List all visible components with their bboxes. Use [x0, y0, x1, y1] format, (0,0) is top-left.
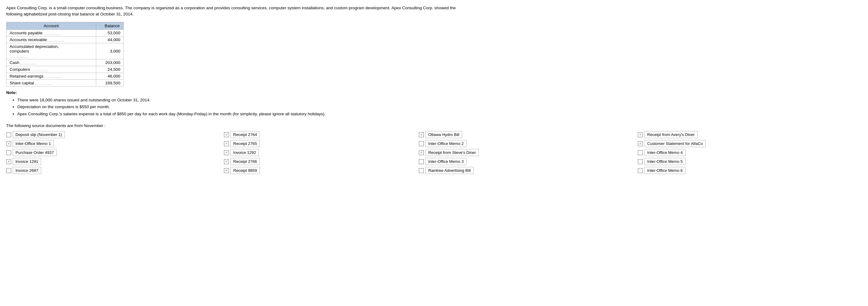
doc-button[interactable]: Inter-Office Memo 1	[13, 140, 54, 147]
balance-cell: 46,000	[96, 73, 123, 79]
doc-checkbox[interactable]	[638, 150, 643, 155]
balance-cell: 3,000	[96, 43, 123, 59]
account-cell: Retained earnings	[6, 73, 96, 79]
balance-header: Balance	[96, 22, 123, 29]
doc-button[interactable]: Inter-Office Memo 4	[644, 149, 685, 156]
doc-button[interactable]: Inter-Office Memo 3	[425, 158, 466, 165]
doc-button[interactable]: Inter-Office Memo 6	[644, 167, 685, 174]
table-row: Computers24,500	[6, 66, 124, 73]
doc-item: Deposit slip (November 1)	[6, 131, 221, 138]
trial-balance-table: Account Balance Accounts payable53,000Ac…	[6, 22, 124, 87]
account-header: Account	[6, 22, 96, 29]
table-row: Accounts payable53,000	[6, 29, 124, 36]
doc-col-3: Receipt from Avery's DinerCustomer State…	[638, 131, 862, 174]
doc-item: Ottawa Hydro Bill	[419, 131, 635, 138]
doc-checkbox[interactable]	[638, 132, 643, 137]
doc-button[interactable]: Receipt 2766	[230, 158, 260, 165]
doc-button[interactable]: Customer Statement for AlfaCo	[644, 140, 706, 147]
doc-button[interactable]: Receipt from Steve's Diner	[425, 149, 478, 156]
doc-item: Receipt 2764	[224, 131, 416, 138]
doc-checkbox[interactable]	[224, 132, 229, 137]
source-docs-intro: The following source documents are from …	[6, 123, 862, 128]
doc-item: Receipt 2766	[224, 158, 416, 165]
balance-cell: 24,500	[96, 66, 123, 73]
doc-col-0: Deposit slip (November 1)Inter-Office Me…	[6, 131, 221, 174]
docs-grid: Deposit slip (November 1)Inter-Office Me…	[6, 131, 862, 174]
doc-item: Inter-Office Memo 5	[638, 158, 862, 165]
doc-checkbox[interactable]	[419, 159, 424, 164]
doc-col-2: Ottawa Hydro BillInter-Office Memo 2Rece…	[419, 131, 635, 174]
doc-checkbox[interactable]	[6, 132, 11, 137]
doc-item: Receipt from Steve's Diner	[419, 149, 635, 156]
doc-checkbox[interactable]	[419, 150, 424, 155]
doc-checkbox[interactable]	[419, 132, 424, 137]
account-cell: Accumulated depreciation, computers	[6, 43, 96, 59]
account-cell: Accounts receivable	[6, 36, 96, 43]
table-row: Cash203,000	[6, 59, 124, 66]
doc-button[interactable]: Purchase Order 4937	[13, 149, 57, 156]
doc-item: Inter-Office Memo 4	[638, 149, 862, 156]
doc-item: Purchase Order 4937	[6, 149, 221, 156]
doc-col-1: Receipt 2764Receipt 2765Invoice 1292Rece…	[224, 131, 416, 174]
doc-checkbox[interactable]	[224, 159, 229, 164]
table-row: Share capital169,500	[6, 79, 124, 86]
doc-checkbox[interactable]	[6, 141, 11, 146]
doc-checkbox[interactable]	[6, 159, 11, 164]
doc-checkbox[interactable]	[224, 168, 229, 173]
note-list: There were 18,000 shares issued and outs…	[6, 97, 862, 118]
doc-checkbox[interactable]	[638, 168, 643, 173]
table-row: Accounts receivable44,000	[6, 36, 124, 43]
doc-item: Receipt 2765	[224, 140, 416, 147]
doc-button[interactable]: Receipt 2765	[230, 140, 260, 147]
doc-item: Inter-Office Memo 6	[638, 167, 862, 174]
balance-cell: 169,500	[96, 79, 123, 86]
account-cell: Share capital	[6, 79, 96, 86]
note-section: Note: There were 18,000 shares issued an…	[6, 90, 862, 118]
account-cell: Accounts payable	[6, 29, 96, 36]
balance-cell: 44,000	[96, 36, 123, 43]
doc-checkbox[interactable]	[419, 141, 424, 146]
balance-cell: 203,000	[96, 59, 123, 66]
doc-item: Inter-Office Memo 3	[419, 158, 635, 165]
doc-item: Invoice 2687	[6, 167, 221, 174]
account-cell: Cash	[6, 59, 96, 66]
doc-checkbox[interactable]	[419, 168, 424, 173]
doc-checkbox[interactable]	[638, 159, 643, 164]
doc-item: Receipt 9859	[224, 167, 416, 174]
note-item: Depreciation on the computers is $550 pe…	[17, 104, 862, 111]
doc-item: Inter-Office Memo 2	[419, 140, 635, 147]
doc-button[interactable]: Raintree Advertising Bill	[425, 167, 473, 174]
source-docs-section: The following source documents are from …	[6, 123, 862, 174]
doc-button[interactable]: Ottawa Hydro Bill	[425, 131, 462, 138]
doc-item: Invoice 1292	[224, 149, 416, 156]
note-label: Note:	[6, 90, 862, 95]
intro-text: Apex Consulting Corp. is a small compute…	[6, 5, 470, 18]
doc-button[interactable]: Invoice 2687	[13, 167, 41, 174]
doc-item: Customer Statement for AlfaCo	[638, 140, 862, 147]
doc-button[interactable]: Inter-Office Memo 5	[644, 158, 685, 165]
doc-button[interactable]: Invoice 1292	[230, 149, 259, 156]
note-item: There were 18,000 shares issued and outs…	[17, 97, 862, 104]
doc-checkbox[interactable]	[6, 168, 11, 173]
doc-item: Receipt from Avery's Diner	[638, 131, 862, 138]
doc-item: Invoice 1291	[6, 158, 221, 165]
table-row: Retained earnings46,000	[6, 73, 124, 79]
doc-checkbox[interactable]	[224, 141, 229, 146]
doc-item: Raintree Advertising Bill	[419, 167, 635, 174]
doc-button[interactable]: Receipt from Avery's Diner	[644, 131, 697, 138]
doc-checkbox[interactable]	[638, 141, 643, 146]
balance-cell: 53,000	[96, 29, 123, 36]
doc-button[interactable]: Deposit slip (November 1)	[13, 131, 65, 138]
doc-button[interactable]: Receipt 9859	[230, 167, 260, 174]
note-item: Apex Consulting Corp.'s salaries expense…	[17, 111, 862, 118]
doc-item: Inter-Office Memo 1	[6, 140, 221, 147]
doc-checkbox[interactable]	[6, 150, 11, 155]
doc-checkbox[interactable]	[224, 150, 229, 155]
doc-button[interactable]: Receipt 2764	[230, 131, 260, 138]
table-row: Accumulated depreciation, computers3,000	[6, 43, 124, 59]
doc-button[interactable]: Invoice 1291	[13, 158, 41, 165]
account-cell: Computers	[6, 66, 96, 73]
doc-button[interactable]: Inter-Office Memo 2	[425, 140, 466, 147]
